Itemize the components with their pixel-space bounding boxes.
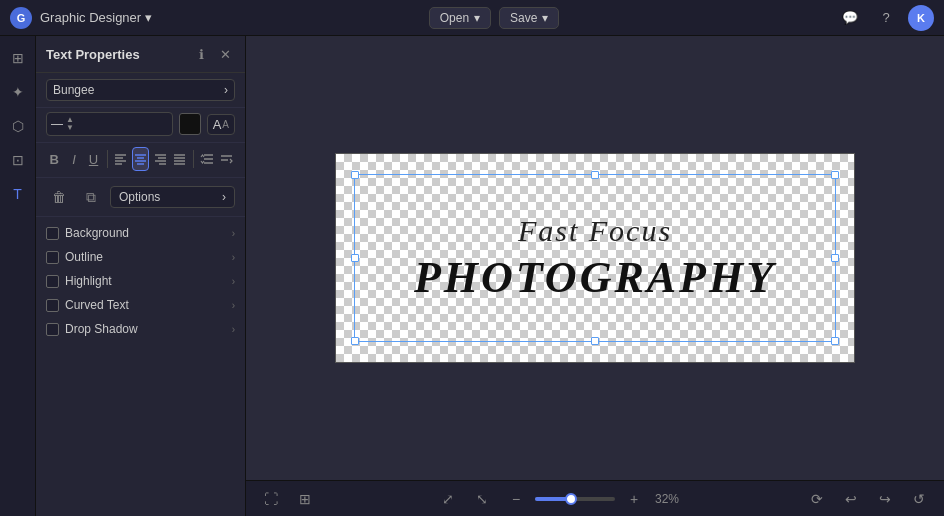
size-input[interactable]: — ▲ ▼ [46,112,173,136]
panel-title: Text Properties [46,47,140,62]
canvas-area: Fast Focus PHOTOGRAPHY ⛶ ⊞ [246,36,944,516]
save-button[interactable]: Save ▾ [499,7,559,29]
open-button[interactable]: Open ▾ [429,7,491,29]
zoom-slider-container: − + [503,486,647,512]
aa-small: A [222,119,229,130]
sidebar-item-shapes[interactable]: ⬡ [4,112,32,140]
font-name: Bungee [53,83,94,97]
help-button[interactable]: ? [872,4,900,32]
sidebar-item-grid[interactable]: ⊡ [4,146,32,174]
bold-button[interactable]: B [46,147,63,171]
app-title[interactable]: Graphic Designer ▾ [40,10,152,25]
zoom-in-button[interactable]: + [621,486,647,512]
bottom-toolbar: ⛶ ⊞ ⤢ ⤡ − + 32% ⟳ ↩ ↪ [246,480,944,516]
format-separator-1 [107,150,108,168]
bottom-center: ⤢ ⤡ − + 32% [328,486,794,512]
canvas-board: Fast Focus PHOTOGRAPHY [335,153,855,363]
messages-button[interactable]: 💬 [836,4,864,32]
format-separator-2 [193,150,194,168]
align-left-button[interactable] [113,147,130,171]
background-checkbox-row[interactable]: Background › [36,221,245,245]
background-checkbox[interactable] [46,227,59,240]
curved-text-label: Curved Text [65,298,129,312]
text-case-button[interactable]: A A [207,114,235,135]
underline-button[interactable]: U [85,147,102,171]
fit-frame-button[interactable]: ⤢ [435,486,461,512]
drop-shadow-checkbox[interactable] [46,323,59,336]
font-row: Bungee › [36,73,245,108]
highlight-checkbox-row[interactable]: Highlight › [36,269,245,293]
outline-label: Outline [65,250,103,264]
italic-button[interactable]: I [66,147,83,171]
main-layout: ⊞ ✦ ⬡ ⊡ T Text Properties ℹ ✕ Bungee › — [0,36,944,516]
sync-button[interactable]: ⟳ [804,486,830,512]
size-arrows: ▲ ▼ [65,116,75,132]
grid-view-button[interactable]: ⊞ [292,486,318,512]
bottom-left: ⛶ ⊞ [258,486,318,512]
app-logo: G [10,7,32,29]
outline-checkbox-row[interactable]: Outline › [36,245,245,269]
actions-row: 🗑 ⧉ Options › [36,178,245,217]
sidebar-item-text[interactable]: T [4,180,32,208]
aa-large: A [213,117,222,132]
curved-text-checkbox[interactable] [46,299,59,312]
panel-header-icons: ℹ ✕ [191,44,235,64]
options-chevron: › [222,190,226,204]
icon-sidebar: ⊞ ✦ ⬡ ⊡ T [0,36,36,516]
font-dropdown-icon: › [224,83,228,97]
topbar-left: G Graphic Designer ▾ [10,7,152,29]
background-label: Background [65,226,129,240]
color-picker[interactable] [179,113,201,135]
size-down-arrow[interactable]: ▼ [65,124,75,132]
align-right-button[interactable] [152,147,169,171]
format-row: B I U [36,143,245,178]
redo-button[interactable]: ↪ [872,486,898,512]
align-center-button[interactable] [132,147,149,171]
bottom-right: ⟳ ↩ ↪ ↺ [804,486,932,512]
line-spacing-button[interactable] [199,147,216,171]
app-title-text: Graphic Designer [40,10,141,25]
size-row: — ▲ ▼ A A [36,108,245,143]
options-button[interactable]: Options › [110,186,235,208]
topbar: G Graphic Designer ▾ Open ▾ Save ▾ 💬 ? K [0,0,944,36]
more-options-button[interactable] [218,147,235,171]
zoom-out-button[interactable]: − [503,486,529,512]
frame-view-button[interactable]: ⛶ [258,486,284,512]
app-title-chevron: ▾ [145,10,152,25]
drop-shadow-checkbox-row[interactable]: Drop Shadow › [36,317,245,341]
canvas-content: Fast Focus PHOTOGRAPHY [336,154,854,362]
panel-info-button[interactable]: ℹ [191,44,211,64]
panel-close-button[interactable]: ✕ [215,44,235,64]
sidebar-item-layers[interactable]: ⊞ [4,44,32,72]
sidebar-item-elements[interactable]: ✦ [4,78,32,106]
left-panel: Text Properties ℹ ✕ Bungee › — ▲ ▼ [36,36,246,516]
topbar-right: 💬 ? K [836,4,934,32]
drop-shadow-chevron: › [232,324,235,335]
background-chevron: › [232,228,235,239]
zoom-thumb[interactable] [565,493,577,505]
history-button[interactable]: ↺ [906,486,932,512]
highlight-label: Highlight [65,274,112,288]
topbar-center: Open ▾ Save ▾ [429,7,560,29]
curved-text-checkbox-row[interactable]: Curved Text › [36,293,245,317]
canvas-text-line1: Fast Focus [518,214,672,248]
highlight-chevron: › [232,276,235,287]
panel-header: Text Properties ℹ ✕ [36,36,245,73]
highlight-checkbox[interactable] [46,275,59,288]
user-avatar[interactable]: K [908,5,934,31]
drop-shadow-label: Drop Shadow [65,322,138,336]
duplicate-button[interactable]: ⧉ [78,184,104,210]
undo-button[interactable]: ↩ [838,486,864,512]
align-justify-button[interactable] [171,147,188,171]
options-label: Options [119,190,160,204]
delete-button[interactable]: 🗑 [46,184,72,210]
outline-checkbox[interactable] [46,251,59,264]
font-select[interactable]: Bungee › [46,79,235,101]
zoom-percentage: 32% [655,492,687,506]
curved-text-chevron: › [232,300,235,311]
size-value: — [51,117,63,131]
resize-button[interactable]: ⤡ [469,486,495,512]
canvas-main[interactable]: Fast Focus PHOTOGRAPHY [246,36,944,480]
zoom-slider[interactable] [535,497,615,501]
outline-chevron: › [232,252,235,263]
